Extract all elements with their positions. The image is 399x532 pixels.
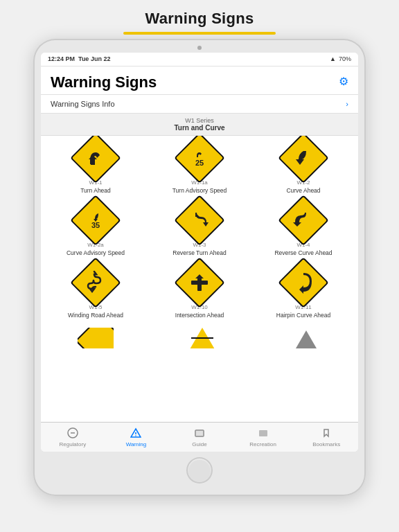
app-header: Warning Signs ⚙	[41, 66, 358, 94]
tab-recreation[interactable]: Recreation	[242, 426, 284, 447]
recreation-icon	[256, 426, 270, 440]
diamond-w1-5	[70, 258, 121, 309]
sign-name-w1-2: Curve Ahead	[286, 187, 320, 194]
tab-label-regulatory: Regulatory	[59, 441, 86, 447]
section-series: W1 Series	[51, 117, 348, 124]
signs-row-2: 35 W1-2a Curve Advisory Speed	[44, 202, 355, 256]
tablet-shell: 12:24 PM Tue Jun 22 ▲ 70% Warning Signs …	[33, 39, 366, 496]
settings-button[interactable]: ⚙	[339, 75, 348, 88]
diamond-w1-11	[278, 258, 329, 309]
sign-name-w1-3: Reverse Turn Ahead	[172, 249, 227, 256]
svg-rect-7	[259, 430, 267, 436]
diamond-w1-2a: 35	[70, 195, 121, 246]
sign-w1-5[interactable]: W1-5 Winding Road Ahead	[51, 265, 141, 319]
diamond-w1-3	[174, 195, 225, 246]
app-title: Warning Signs	[51, 73, 157, 91]
status-bar: 12:24 PM Tue Jun 22 ▲ 70%	[41, 53, 358, 66]
camera-dot	[197, 46, 202, 50]
sign-partial-3[interactable]	[258, 330, 348, 348]
diamond-w1-1a: 25	[174, 136, 225, 184]
sign-w1-4[interactable]: W1-4 Reverse Curve Ahead	[258, 202, 348, 256]
chevron-right-icon: ›	[346, 100, 348, 108]
diamond-w1-1	[70, 136, 121, 184]
sign-w1-10[interactable]: W1-10 Intersection Ahead	[154, 265, 245, 319]
section-name: Turn and Curve	[51, 124, 348, 132]
sign-partial-1[interactable]	[51, 328, 141, 348]
signs-row-3: W1-5 Winding Road Ahead	[44, 265, 355, 319]
signs-grid: W1-1 Turn Ahead 25	[41, 136, 358, 422]
info-row-label: Warning Signs Info	[51, 100, 115, 108]
tablet-screen: 12:24 PM Tue Jun 22 ▲ 70% Warning Signs …	[41, 53, 358, 452]
tab-label-bookmarks: Bookmarks	[312, 441, 340, 447]
tab-label-warning: Warning	[126, 441, 147, 447]
tab-bar: Regulatory Warning	[41, 422, 358, 452]
home-button[interactable]	[186, 457, 213, 484]
tab-warning[interactable]: Warning	[115, 426, 157, 447]
signs-row-4	[44, 328, 355, 348]
tab-guide[interactable]: Guide	[179, 426, 220, 447]
diamond-w1-10	[174, 258, 225, 309]
svg-rect-1	[191, 281, 208, 285]
section-header: W1 Series Turn and Curve	[41, 114, 358, 136]
tab-label-guide: Guide	[192, 441, 206, 447]
status-right: ▲ 70%	[330, 55, 351, 62]
sign-name-w1-4: Reverse Curve Ahead	[274, 249, 332, 256]
sign-w1-1[interactable]: W1-1 Turn Ahead	[51, 140, 141, 194]
info-row[interactable]: Warning Signs Info ›	[41, 94, 358, 114]
sign-name-w1-10: Intersection Ahead	[175, 312, 224, 319]
sign-w1-1a[interactable]: 25 W1-1a Turn Advisory Speed	[154, 140, 245, 194]
bookmarks-icon	[319, 426, 333, 440]
diamond-w1-4	[278, 195, 329, 246]
tab-regulatory[interactable]: Regulatory	[52, 426, 94, 447]
guide-icon	[193, 426, 206, 440]
sign-w1-2a[interactable]: 35 W1-2a Curve Advisory Speed	[51, 202, 141, 256]
wifi-icon: ▲	[330, 55, 336, 62]
regulatory-icon	[66, 426, 80, 440]
battery-level: 70%	[339, 55, 351, 62]
sign-partial-2[interactable]	[154, 328, 245, 348]
sign-name-w1-2a: Curve Advisory Speed	[66, 249, 125, 256]
svg-point-4	[136, 435, 137, 436]
sign-name-w1-11: Hairpin Curve Ahead	[276, 312, 330, 319]
diamond-w1-2	[278, 136, 329, 184]
sign-name-w1-1: Turn Ahead	[80, 187, 111, 194]
page-title-area: Warning Signs	[123, 0, 276, 39]
warning-icon	[129, 426, 143, 440]
status-time: 12:24 PM Tue Jun 22	[48, 55, 110, 62]
sign-w1-3[interactable]: W1-3 Reverse Turn Ahead	[154, 202, 245, 256]
yellow-underline	[123, 32, 276, 35]
page-title: Warning Signs	[123, 10, 276, 28]
svg-rect-6	[195, 430, 204, 436]
page-wrapper: Warning Signs 12:24 PM Tue Jun 22 ▲ 70% …	[0, 0, 399, 532]
tab-bookmarks[interactable]: Bookmarks	[305, 426, 347, 447]
sign-w1-2[interactable]: W1-2 Curve Ahead	[258, 140, 348, 194]
signs-row-1: W1-1 Turn Ahead 25	[44, 140, 355, 194]
sign-w1-11[interactable]: W1-11 Hairpin Curve Ahead	[258, 265, 348, 319]
sign-name-w1-5: Winding Road Ahead	[68, 312, 123, 319]
tab-label-recreation: Recreation	[249, 441, 276, 447]
sign-name-w1-1a: Turn Advisory Speed	[172, 187, 227, 194]
